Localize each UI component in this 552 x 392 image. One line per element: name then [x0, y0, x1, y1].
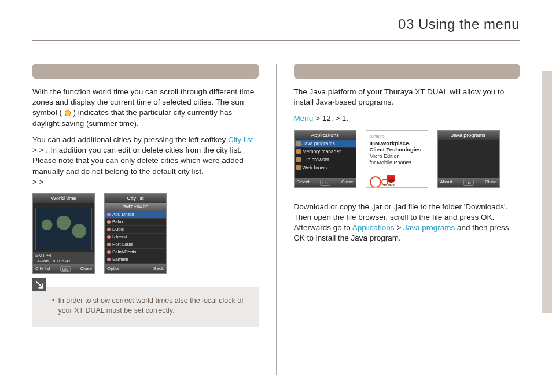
- phone-world-time: World time GMT +4 14/Jan Thu 05:41 City …: [32, 193, 95, 274]
- text: > 12.: [315, 114, 335, 123]
- city-dot-icon: [107, 243, 111, 246]
- text: >: [396, 223, 403, 232]
- city-name: Dubai: [112, 225, 124, 233]
- list-item: Abu Dhabi: [105, 211, 166, 219]
- phone-title: Java programs: [438, 131, 499, 140]
- ibm-line: for Mobile Phones: [370, 160, 424, 166]
- section-bar-left: [32, 64, 259, 79]
- note-text: In order to show correct world times als…: [58, 296, 246, 316]
- list-item: Web browser: [295, 164, 356, 172]
- logo-row: Java: [370, 175, 424, 187]
- phone-ibm-splash: contains IBM.Workplace. Client Technolog…: [366, 130, 428, 188]
- ibm-line: Micro Edition: [370, 153, 424, 160]
- phone-screenshots-left: World time GMT +4 14/Jan Thu 05:41 City …: [32, 193, 259, 274]
- ibm-logo-icon: [370, 176, 381, 188]
- right-paragraph-1: The Java platform of your Thuraya XT DUA…: [294, 87, 520, 108]
- app-label: Web browser: [303, 164, 332, 172]
- phone-softkeys: City list OK Close: [33, 264, 94, 273]
- list-item: Izhevsk: [105, 234, 166, 241]
- text: . In addition you can edit or delete cit…: [32, 146, 244, 175]
- app-icon: [296, 165, 301, 170]
- column-divider: [276, 64, 277, 375]
- list-item: Baku: [105, 219, 166, 226]
- city-dot-icon: [107, 250, 111, 254]
- softkey-ok: OK: [60, 266, 71, 272]
- right-paragraph-2: Download or copy the .jar or .jad file t…: [294, 202, 520, 244]
- softkey-ok: OK: [463, 180, 474, 186]
- note-block: In order to show correct world times als…: [32, 287, 259, 327]
- phone-java-programs: Java programs About OK Close: [437, 130, 500, 188]
- text: >: [39, 177, 44, 186]
- phone-body: GMT +04:00 Abu Dhabi Baku Dubai Izhevsk …: [105, 203, 166, 264]
- softkey-right: Close: [485, 179, 496, 186]
- phone-body: Java programs Memory manager File browse…: [295, 140, 356, 178]
- phone-info-strip: GMT +4 14/Jan Thu 05:41: [33, 252, 94, 264]
- phone-title: World time: [33, 194, 94, 203]
- page-side-tab: [542, 71, 552, 313]
- softkey-right: Back: [153, 266, 164, 272]
- text: >: [39, 146, 46, 154]
- list-item: Samara: [105, 256, 166, 264]
- note-content: In order to show correct world times als…: [32, 287, 259, 327]
- softkey-left: Option: [107, 266, 121, 272]
- app-icon: [296, 157, 301, 162]
- applications-link: Applications: [352, 223, 395, 232]
- text: > 1.: [335, 114, 348, 123]
- note-bullet: In order to show correct world times als…: [52, 296, 247, 316]
- phone-body: [438, 140, 499, 178]
- content-columns: With the function world time you can scr…: [32, 64, 520, 375]
- phone-title: Applications: [295, 131, 356, 140]
- phone-title: City list: [105, 194, 166, 203]
- phone-body: GMT +4 14/Jan Thu 05:41: [33, 203, 94, 264]
- city-dot-icon: [107, 235, 111, 239]
- world-map-graphic: [35, 208, 92, 250]
- app-label: Memory manager: [303, 147, 341, 156]
- city-name: Abu Dhabi: [112, 210, 134, 218]
- city-name: Baku: [112, 218, 123, 225]
- city-name: Port Louis: [112, 241, 133, 248]
- menu-link: Menu: [294, 114, 314, 123]
- phone-softkeys: About OK Close: [438, 178, 499, 187]
- softkey-ok: OK: [320, 180, 330, 186]
- phone-screenshots-right: Applications Java programs Memory manage…: [294, 130, 520, 188]
- gmt-label: GMT +4: [35, 253, 93, 258]
- left-paragraph-1: With the function world time you can scr…: [32, 87, 259, 129]
- menu-path: Menu > 12. > 1.: [294, 113, 520, 124]
- ibm-line: Client Technologies: [370, 146, 424, 153]
- left-paragraph-2: You can add additional cities by pressin…: [32, 135, 259, 187]
- app-icon: [296, 149, 301, 154]
- list-item: Port Louis: [105, 241, 166, 249]
- city-dot-icon: [107, 220, 111, 224]
- left-column: With the function world time you can scr…: [32, 64, 259, 375]
- sun-icon: [64, 110, 71, 117]
- text: >: [32, 146, 39, 154]
- header-divider: [32, 40, 520, 41]
- phone-softkeys: Select OK Close: [295, 178, 356, 187]
- phone-body: contains IBM.Workplace. Client Technolog…: [366, 131, 428, 188]
- softkey-right: Close: [80, 266, 92, 272]
- city-list-link: City list: [228, 135, 253, 144]
- gmt-header: GMT +04:00: [105, 203, 166, 211]
- app-label: Java programs: [303, 140, 335, 148]
- city-name: Saint-Denis: [112, 248, 136, 256]
- city-name: Samara: [112, 256, 128, 263]
- note-arrow-icon: [32, 278, 46, 291]
- java-programs-link: Java programs: [403, 223, 455, 232]
- softkey-left: Select: [297, 179, 310, 186]
- city-dot-icon: [107, 228, 111, 231]
- right-column: The Java platform of your Thuraya XT DUA…: [294, 64, 520, 375]
- phone-city-list: City list GMT +04:00 Abu Dhabi Baku Duba…: [104, 193, 167, 274]
- softkey-right: Close: [341, 179, 353, 186]
- list-item: Dubai: [105, 226, 166, 234]
- city-name: Izhevsk: [112, 233, 128, 241]
- list-item: File browser: [295, 156, 356, 164]
- softkey-left: City list: [35, 266, 50, 272]
- list-item: Java programs: [295, 140, 356, 148]
- phone-applications: Applications Java programs Memory manage…: [294, 130, 356, 188]
- section-bar-right: [294, 64, 520, 79]
- page-title: 03 Using the menu: [398, 16, 520, 32]
- datetime-label: 14/Jan Thu 05:41: [35, 258, 93, 264]
- app-label: File browser: [303, 156, 329, 164]
- city-dot-icon: [107, 213, 111, 216]
- ibm-line: IBM.Workplace.: [370, 140, 424, 146]
